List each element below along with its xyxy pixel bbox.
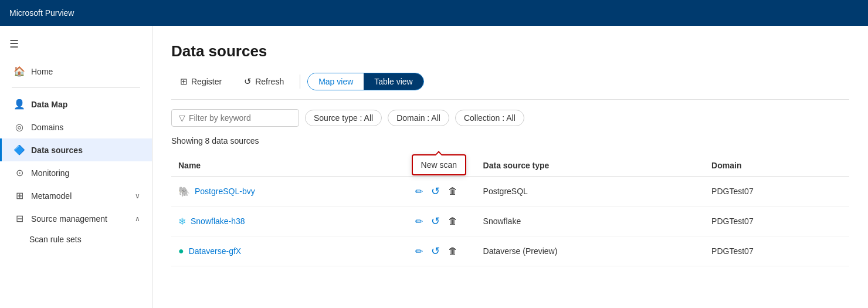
app-title: Microsoft Purview (9, 8, 74, 18)
sidebar-item-data-map-label: Data Map (31, 100, 67, 109)
domain-cell: PDGTest07 (704, 177, 849, 207)
delete-button[interactable]: 🗑 (446, 184, 460, 199)
edit-button[interactable]: ✏ (413, 214, 425, 229)
register-button[interactable]: ⊞ Register (171, 72, 230, 91)
metamodel-icon: ⊞ (13, 190, 25, 201)
data-sources-icon: 🔷 (13, 144, 25, 155)
toolbar: ⊞ Register ↺ Refresh Map view Table view (171, 72, 849, 100)
map-view-button[interactable]: Map view (308, 73, 364, 90)
sidebar: ☰ 🏠 Home 👤 Data Map ◎ Domains 🔷 Data sou… (0, 26, 152, 308)
type-cell: Dataverse (Preview) (476, 236, 705, 266)
table-row: 🐘 PostgreSQL-bvy New scan ✏ ↺ 🗑 PostgreS… (171, 177, 849, 207)
showing-count: Showing 8 data sources (171, 136, 849, 145)
table-row: ❄ Snowflake-h38 ✏ ↺ 🗑 SnowflakePDGTest07 (171, 207, 849, 236)
top-navigation: Microsoft Purview (0, 0, 868, 26)
col-type: Data source type (476, 155, 705, 177)
name-cell: 🐘 PostgreSQL-bvy (171, 177, 406, 207)
refresh-button[interactable]: ↺ Refresh (235, 72, 293, 91)
source-type-label: Source type : All (314, 113, 373, 123)
sidebar-item-source-management[interactable]: ⊟ Source management ∧ (0, 207, 152, 230)
source-name-link[interactable]: 🐘 PostgreSQL-bvy (178, 186, 399, 197)
keyword-filter[interactable]: ▽ (171, 109, 299, 127)
row-actions: ✏ ↺ 🗑 (413, 182, 469, 200)
home-icon: 🏠 (13, 66, 25, 77)
name-cell: ❄ Snowflake-h38 (171, 207, 406, 236)
sidebar-item-data-sources-label: Data sources (31, 145, 83, 155)
sidebar-item-home[interactable]: 🏠 Home (0, 60, 152, 83)
sidebar-item-metamodel-label: Metamodel (31, 191, 72, 201)
source-management-icon: ⊟ (13, 213, 25, 224)
delete-button[interactable]: 🗑 (446, 214, 460, 229)
source-type-filter[interactable]: Source type : All (305, 110, 382, 126)
main-layout: ☰ 🏠 Home 👤 Data Map ◎ Domains 🔷 Data sou… (0, 26, 868, 308)
filters-bar: ▽ Source type : All Domain : All Collect… (171, 109, 849, 127)
source-name-text: Snowflake-h38 (191, 216, 245, 226)
row-actions: ✏ ↺ 🗑 (413, 242, 469, 260)
type-cell: PostgreSQL (476, 177, 705, 207)
scan-button[interactable]: ↺ (429, 212, 442, 230)
collection-label: Collection : All (464, 113, 516, 123)
sidebar-item-source-management-label: Source management (31, 214, 107, 224)
col-name: Name (171, 155, 406, 177)
sidebar-item-monitoring-label: Monitoring (31, 168, 69, 178)
sidebar-item-scan-rule-sets[interactable]: Scan rule sets (0, 230, 152, 249)
toolbar-divider (300, 75, 300, 89)
actions-cell: ✏ ↺ 🗑 (406, 236, 476, 266)
name-cell: ● Dataverse-gfX (171, 236, 406, 266)
domain-label: Domain : All (396, 113, 440, 123)
source-name-link[interactable]: ❄ Snowflake-h38 (178, 216, 399, 227)
view-toggle: Map view Table view (307, 73, 424, 90)
delete-button[interactable]: 🗑 (446, 243, 460, 259)
source-icon: 🐘 (178, 186, 190, 197)
refresh-icon: ↺ (244, 76, 252, 87)
collection-filter[interactable]: Collection : All (455, 110, 524, 126)
source-name-link[interactable]: ● Dataverse-gfX (178, 246, 399, 256)
domain-cell: PDGTest07 (704, 236, 849, 266)
filter-icon: ▽ (179, 113, 185, 123)
source-name-text: Dataverse-gfX (189, 246, 241, 256)
data-map-icon: 👤 (13, 99, 25, 110)
hamburger-menu[interactable]: ☰ (0, 33, 152, 60)
sidebar-item-domains[interactable]: ◎ Domains (0, 116, 152, 138)
row-actions: ✏ ↺ 🗑 (413, 212, 469, 230)
register-label: Register (191, 77, 222, 86)
main-content: Data sources ⊞ Register ↺ Refresh Map vi… (152, 26, 868, 308)
data-sources-table: Name Data source type Domain 🐘 PostgreSQ… (171, 155, 849, 266)
source-name-text: PostgreSQL-bvy (195, 187, 255, 196)
page-title: Data sources (171, 42, 849, 60)
domain-filter[interactable]: Domain : All (388, 110, 449, 126)
sidebar-item-data-sources[interactable]: 🔷 Data sources (0, 138, 152, 161)
table-view-button[interactable]: Table view (364, 73, 423, 90)
register-icon: ⊞ (180, 76, 188, 87)
source-icon: ❄ (178, 216, 186, 227)
type-cell: Snowflake (476, 207, 705, 236)
domain-cell: PDGTest07 (704, 207, 849, 236)
monitoring-icon: ⊙ (13, 167, 25, 178)
edit-button[interactable]: ✏ (413, 184, 425, 199)
sidebar-item-monitoring[interactable]: ⊙ Monitoring (0, 161, 152, 184)
sidebar-item-domains-label: Domains (31, 123, 63, 132)
table-view-label: Table view (374, 77, 412, 86)
map-view-label: Map view (318, 77, 353, 86)
sidebar-item-home-label: Home (31, 67, 53, 76)
col-domain: Domain (704, 155, 849, 177)
scan-button[interactable]: ↺ (429, 182, 442, 200)
source-management-chevron-icon: ∧ (135, 215, 140, 223)
scan-button[interactable]: ↺ (429, 242, 442, 260)
actions-cell: New scan ✏ ↺ 🗑 (406, 177, 476, 207)
edit-button[interactable]: ✏ (413, 243, 425, 259)
actions-cell: ✏ ↺ 🗑 (406, 207, 476, 236)
sidebar-item-scan-rule-sets-label: Scan rule sets (29, 235, 82, 244)
sidebar-item-data-map[interactable]: 👤 Data Map (0, 93, 152, 116)
sidebar-item-metamodel[interactable]: ⊞ Metamodel ∨ (0, 184, 152, 207)
new-scan-label: New scan (421, 160, 457, 170)
table-row: ● Dataverse-gfX ✏ ↺ 🗑 Dataverse (Preview… (171, 236, 849, 266)
sidebar-divider-1 (12, 87, 140, 88)
domains-icon: ◎ (13, 121, 25, 133)
refresh-label: Refresh (255, 77, 284, 86)
new-scan-tooltip: New scan (412, 154, 466, 175)
metamodel-chevron-icon: ∨ (135, 192, 140, 200)
keyword-input[interactable] (189, 113, 291, 123)
source-icon: ● (178, 246, 184, 256)
